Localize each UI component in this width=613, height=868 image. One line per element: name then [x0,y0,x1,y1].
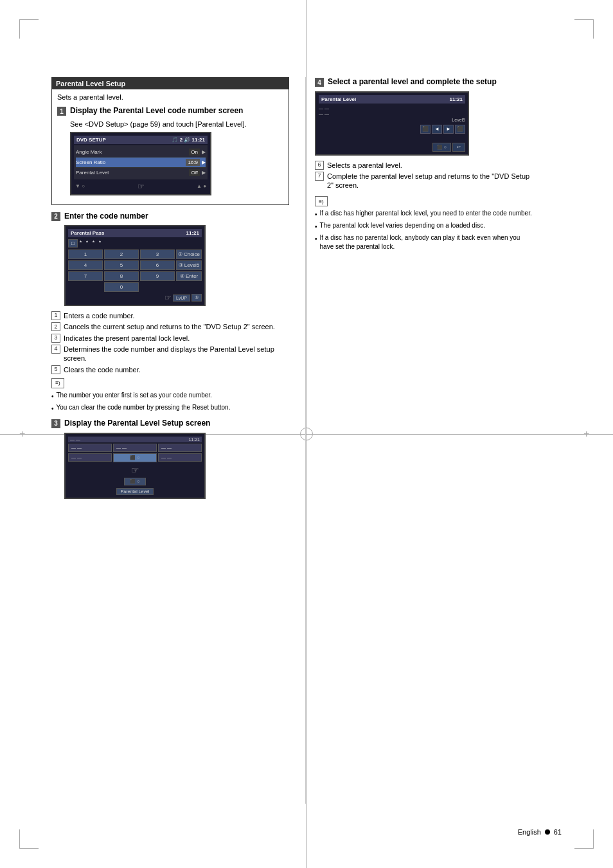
step4-item-6: 6 Selects a parental level. [315,161,533,170]
column-divider [305,77,306,804]
step2-item-3: 3 Indicates the present parental lock le… [51,334,289,343]
dvd-row-ratio: Screen Ratio 16:9 ▶ [76,158,206,168]
crop-mark-br [574,829,594,849]
step3-title: Display the Parental Level Setup screen [64,419,210,429]
step2-title: Enter the code number [64,212,148,222]
pass-input-box: □ [68,239,78,248]
step2-number: 2 [51,212,60,221]
step2-items: 1 Enters a code number. 2 Cancels the cu… [51,311,289,374]
dvd-setup-title-row: DVD SETUP 🎵 2 🔊 11:21 [74,136,208,144]
section-description: Sets a parental level. [57,93,283,101]
step4-number: 4 [315,78,324,87]
s4-btn-enter: ⬛ [455,125,465,134]
step4-header: 4 Select a parental level and complete t… [315,77,533,87]
step2-item-1: 1 Enters a code number. [51,311,289,320]
left-column: Parental Level Setup Sets a parental lev… [51,77,289,504]
dvd-row-angle: Angle Mark On ▶ [76,147,206,158]
right-column: 4 Select a parental level and complete t… [315,77,533,253]
dvd-setup-inner: Angle Mark On ▶ Screen Ratio 16:9 ▶ [74,145,208,179]
pass-title-row: Parental Pass 11:21 [68,229,202,237]
step3-header: 3 Display the Parental Level Setup scree… [51,419,289,429]
page-footer: English 61 [518,828,562,836]
s4-back-btn: ↩ [452,143,465,152]
pass-dots: * * * * [80,239,103,248]
note-bullet-1: • The number you enter first is set as y… [51,391,289,401]
crop-mark-tr [574,19,594,39]
crop-mark-tl [19,19,39,39]
hand-cursor-2: ☞ [164,293,172,302]
note-icon-1: ≡) [51,378,64,388]
step2-item-5: 5 Clears the code number. [51,365,289,374]
footer-language: English [518,828,541,836]
footer-page-number: 61 [554,828,562,836]
s4-btn-zero: ⬛ [420,125,431,134]
parental-pass-screen: Parental Pass 11:21 □ * * * * 1 2 3 ② Ch… [64,225,206,306]
hand-cursor-1: ☞ [138,182,145,191]
right-note-bullet-1: • If a disc has higher parental lock lev… [315,209,533,219]
note-icon-2: ≡) [315,196,328,206]
step3-number: 3 [51,419,60,428]
step1-title: Display the Parental Level code number s… [70,106,243,116]
step2-item-2: 2 Cancels the current setup and returns … [51,322,289,331]
right-note-bullet-3: • If a disc has no parental lock, anybod… [315,233,533,251]
parental-level-setup-box: Parental Level Setup Sets a parental lev… [51,77,289,205]
s4-btn-next: ► [443,125,454,134]
step2-header: 2 Enter the code number [51,212,289,222]
s4-bottom-btns: ⬛ ○ ↩ [319,143,465,152]
step1-instruction: See <DVD Setup> (page 59) and touch [Par… [70,120,283,128]
dvd-row-parental: Parental Level Off ▶ [76,168,206,177]
s4-controls: ⬛ ◄ ► ⬛ [319,125,465,134]
step2-item-4: 4 Determines the code number and display… [51,345,289,363]
step4-title: Select a parental level and complete the… [328,77,497,87]
dvd-setup-icons: 🎵 2 🔊 11:21 [172,137,205,143]
s4-title-row: Parental Level 11:21 [319,95,465,104]
step2-section: 2 Enter the code number Parental Pass 11… [51,212,289,413]
right-note-bullet-2: • The parental lock level varies dependi… [315,221,533,231]
dvd-setup-screen: DVD SETUP 🎵 2 🔊 11:21 Angle Mark On ▶ [70,132,211,195]
step3-section: 3 Display the Parental Level Setup scree… [51,419,289,499]
step3-screen: — — 11:21 — — — — — — — — ⬛ ○ — — [64,433,206,499]
section-title: Parental Level Setup [52,78,289,89]
step4-item-7: 7 Complete the parental level setup and … [315,172,533,190]
hand-cursor-3: ☞ [131,465,139,475]
crop-mark-bl [19,829,39,849]
s4-btn-prev: ◄ [432,125,442,134]
side-cross-left [19,429,30,439]
step2-note: ≡) • The number you enter first is set a… [51,378,289,413]
step1-header: 1 Display the Parental Level code number… [57,106,283,116]
footer-dot [545,829,550,835]
note-bullet-2: • You can clear the code number by press… [51,403,289,413]
step4-items: 6 Selects a parental level. 7 Complete t… [315,161,533,190]
dvd-setup-title: DVD SETUP [76,137,106,143]
step1-number: 1 [57,107,66,116]
side-cross-right [583,429,594,439]
step4-note: ≡) • If a disc has higher parental lock … [315,196,533,251]
s4-ok-btn: ⬛ ○ [432,143,451,152]
step4-screen: Parental Level 11:21 — — — — Level5 ⬛ ◄ … [315,91,469,156]
